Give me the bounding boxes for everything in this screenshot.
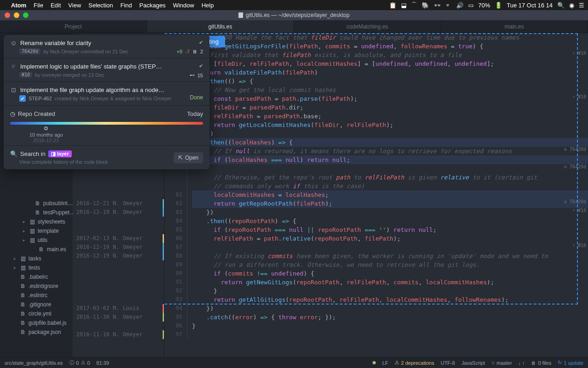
wifi-icon[interactable]: ᯤ — [446, 2, 452, 9]
status-path[interactable]: src/state_graph/gitUtils.es — [5, 360, 63, 366]
code-line[interactable]: // If existing commits have been given, … — [192, 252, 588, 260]
right-gutter-mark[interactable]: ⑂ #10 — [572, 208, 586, 213]
menubar-file[interactable]: File — [34, 2, 43, 9]
code-line[interactable]: return getNewGitLogs(repoRootPath, relFi… — [192, 278, 588, 287]
code-line[interactable]: .then(() => { — [192, 77, 588, 86]
menubar-find[interactable]: Find — [120, 2, 132, 9]
code-line[interactable]: if (repoRootPath === null || repoRootPat… — [192, 225, 588, 234]
status-update[interactable]: ↻ 1 update — [558, 360, 583, 366]
tree-item[interactable]: ▸▥tests — [0, 263, 73, 272]
code-line[interactable]: // Otherwise, get the repo's root path t… — [192, 173, 588, 182]
right-gutter-mark[interactable]: ⊙ 76420d — [564, 147, 586, 152]
blame-line[interactable]: 2016-12-19 N. Omeyer — [73, 252, 164, 260]
arc-icon[interactable]: ⌒ — [411, 1, 417, 9]
right-gutter-mark[interactable]: ⊙ 76420d — [564, 199, 586, 204]
tree-item[interactable]: 🗎.eslintignore — [0, 282, 73, 291]
menubar-selection[interactable]: Selection — [89, 2, 113, 9]
tree-item[interactable]: 🗎.eslintrc — [0, 291, 73, 300]
dropbox-icon[interactable]: ⬓ — [401, 2, 407, 9]
tab-main[interactable]: main.es — [441, 20, 588, 33]
menubar-window[interactable]: Window — [173, 2, 194, 9]
window-close-button[interactable] — [5, 12, 10, 18]
battery-icon[interactable]: 🔋 — [495, 2, 502, 9]
code-line[interactable]: let [fileDir, relFilePath, localCommitHa… — [192, 59, 588, 68]
code-line[interactable] — [192, 164, 588, 173]
glasses-icon[interactable]: 👓 — [434, 2, 441, 9]
code-line[interactable]: if (localHashes === null) return null; — [192, 155, 588, 164]
blame-line[interactable]: 2017-03-02 M. Louis — [73, 304, 164, 313]
menubar-help[interactable]: Help — [202, 2, 214, 9]
menubar-packages[interactable]: Packages — [139, 2, 165, 9]
code-line[interactable]: // TODO Handle the fact that fileDir cou… — [192, 33, 588, 42]
menubar-edit[interactable]: Edit — [51, 2, 61, 9]
story-item[interactable]: ⊡ Implement the file graph update algori… — [4, 82, 209, 106]
code-line[interactable]: return getRepoRootPath(filePath); — [192, 199, 588, 208]
timeline-bar[interactable]: 10 months ago 2016-12-21 — [10, 122, 203, 125]
tree-item[interactable]: 🗎package.json — [0, 328, 73, 337]
evernote-icon[interactable]: 🐘 — [422, 2, 429, 9]
blame-line[interactable]: 2016-12-19 N. Omeyer — [73, 208, 164, 217]
blame-line[interactable] — [73, 287, 164, 295]
code-line[interactable]: .then((repoRootPath) => { — [192, 217, 588, 225]
status-deprecations[interactable]: ⚠ 2 deprecations — [395, 360, 434, 366]
code-line[interactable]: return getAllGitLogs(repoRootPath, relFi… — [192, 295, 588, 304]
code-line[interactable]: } — [192, 322, 588, 330]
tree-item[interactable]: ▸▥stylesheets — [0, 217, 73, 226]
clock[interactable]: Tue 17 Oct 16 14 — [507, 2, 553, 9]
code-line[interactable]: .catch((error) => { throw error; }); — [192, 313, 588, 322]
code-editor[interactable]: Line highlighting 8182838485868788899091… — [164, 33, 588, 357]
code-line[interactable]: if (commits !== undefined) { — [192, 269, 588, 278]
status-diagnostics[interactable]: ⓘ 0 ⚠ 0 — [69, 359, 90, 366]
tree-item[interactable]: 🗎circle.yml — [0, 309, 73, 318]
status-branch[interactable]: ⑂ master — [492, 360, 512, 366]
code-line[interactable]: fileDir = parsedPath.dir; — [192, 103, 588, 112]
tree-item[interactable]: 🗎pubsubInt… — [0, 199, 73, 208]
window-minimize-button[interactable] — [14, 12, 19, 18]
code-line[interactable]: localCommitHashes = localHashes; — [192, 190, 588, 199]
blame-line[interactable] — [73, 278, 164, 287]
status-cursor[interactable]: 81:39 — [96, 360, 109, 366]
tree-item[interactable]: 🗎gulpfile.babel.js — [0, 318, 73, 328]
blame-line[interactable] — [73, 173, 164, 182]
blame-line[interactable] — [73, 217, 164, 225]
right-gutter-mark[interactable]: ⑂ #10 — [572, 51, 586, 56]
tree-item[interactable]: 🗎testPuppet… — [0, 208, 73, 217]
notification-center-icon[interactable]: ☰ — [579, 2, 584, 9]
code-line[interactable]: return validateFilePath(filePath) — [192, 68, 588, 77]
code-line[interactable]: .then((localHashes) => { — [192, 138, 588, 147]
blame-line[interactable] — [73, 295, 164, 304]
tree-item[interactable]: 🗎.babelrc — [0, 272, 73, 282]
blame-line[interactable]: 2016-12-19 N. Omeyer — [73, 243, 164, 252]
code-line[interactable]: // First validate that filePath exists, … — [192, 51, 588, 59]
menubar-app[interactable]: Atom — [11, 2, 26, 9]
tab-project[interactable]: Project — [0, 20, 147, 33]
code-line[interactable]: // run a different track. Otherwise, we … — [192, 260, 588, 269]
code-line[interactable]: function getGitLogsForFile(filePath, com… — [192, 42, 588, 51]
tree-item[interactable]: ▸▥tasks — [0, 254, 73, 263]
volume-icon[interactable]: 🔊 — [456, 2, 464, 9]
blame-line[interactable] — [73, 190, 164, 199]
blame-line[interactable]: 2017-02-13 N. Omeyer — [73, 234, 164, 243]
status-lineending[interactable]: LF — [382, 360, 388, 366]
code-line[interactable]: }) — [192, 304, 588, 313]
blame-line[interactable]: 2016-11-18 N. Omeyer — [73, 330, 164, 339]
siri-icon[interactable]: ◉ — [569, 2, 574, 9]
code-line[interactable]: const parsedPath = path.parse(filePath); — [192, 94, 588, 103]
tree-item[interactable]: 🗎.gitignore — [0, 300, 73, 309]
code-line[interactable]: // commands only work if this is the cas… — [192, 182, 588, 190]
tree-item[interactable]: ▸▥utils — [0, 236, 73, 245]
code-line[interactable]: } — [192, 287, 588, 295]
right-gutter-mark[interactable]: ⊙ 76420d — [564, 164, 586, 169]
window-zoom-button[interactable] — [23, 12, 28, 18]
status-language[interactable]: JavaScript — [461, 360, 485, 366]
status-files[interactable]: 🗎 0 files — [531, 360, 551, 366]
blame-line[interactable] — [73, 225, 164, 234]
blame-line[interactable]: 2016-12-21 N. Omeyer — [73, 199, 164, 208]
tree-item[interactable]: ▸▥template — [0, 226, 73, 236]
blame-line[interactable] — [73, 269, 164, 278]
open-in-layer-button[interactable]: ⇱ Open — [174, 152, 203, 163]
code-line[interactable]: relFilePath = parsedPath.base; — [192, 112, 588, 121]
blame-line[interactable] — [73, 260, 164, 269]
tab-codematching[interactable]: codeMatching.es — [294, 20, 441, 33]
story-checkbox[interactable]: ✔ — [19, 95, 26, 102]
